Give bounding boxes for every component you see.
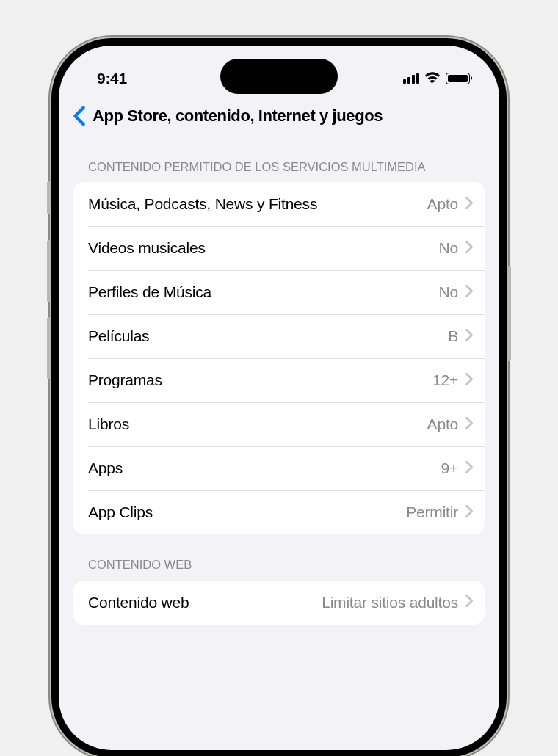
chevron-right-icon <box>465 505 473 520</box>
chevron-right-icon <box>465 417 473 432</box>
phone-side-button <box>47 181 51 214</box>
settings-row-music-profiles[interactable]: Perfiles de Música No <box>73 270 485 314</box>
screen: 9:41 <box>59 46 499 750</box>
row-label: Películas <box>88 327 448 345</box>
section-header-media: CONTENIDO PERMITIDO DE LOS SERVICIOS MUL… <box>73 137 485 182</box>
phone-side-button <box>47 317 51 379</box>
chevron-right-icon <box>465 285 473 300</box>
chevron-right-icon <box>465 595 473 610</box>
row-label: Perfiles de Música <box>88 283 439 301</box>
row-label: App Clips <box>88 504 406 521</box>
row-value: No <box>439 283 458 301</box>
settings-group-web: Contenido web Limitar sitios adultos <box>73 581 485 625</box>
settings-group-media: Música, Podcasts, News y Fitness Apto Vi… <box>73 182 485 534</box>
row-value: 9+ <box>441 459 458 477</box>
row-label: Programas <box>88 371 432 389</box>
cellular-icon <box>403 73 419 84</box>
settings-row-music-videos[interactable]: Videos musicales No <box>73 226 485 270</box>
row-value: Apto <box>427 415 458 433</box>
wifi-icon <box>424 71 441 86</box>
page-title: App Store, contenido, Internet y juegos <box>93 106 383 126</box>
chevron-right-icon <box>465 461 473 476</box>
chevron-right-icon <box>465 197 473 212</box>
settings-row-web-content[interactable]: Contenido web Limitar sitios adultos <box>73 581 485 625</box>
status-icons <box>403 71 470 86</box>
phone-frame: 9:41 <box>51 38 507 756</box>
phone-side-button <box>47 240 51 302</box>
section-header-web: CONTENIDO WEB <box>73 534 485 580</box>
row-label: Apps <box>88 459 441 477</box>
row-value: B <box>448 327 458 345</box>
row-label: Contenido web <box>88 594 322 611</box>
row-value: Apto <box>427 195 458 213</box>
chevron-right-icon <box>465 373 473 388</box>
row-value: 12+ <box>432 371 458 389</box>
chevron-right-icon <box>465 329 473 344</box>
row-value: No <box>439 239 458 257</box>
status-time: 9:41 <box>97 70 127 87</box>
back-button[interactable] <box>72 106 87 126</box>
row-value: Permitir <box>406 504 458 521</box>
row-label: Videos musicales <box>88 239 439 257</box>
row-label: Libros <box>88 415 427 433</box>
row-label: Música, Podcasts, News y Fitness <box>88 195 427 213</box>
battery-icon <box>446 73 470 84</box>
phone-side-button <box>507 266 511 361</box>
settings-row-app-clips[interactable]: App Clips Permitir <box>73 490 485 534</box>
settings-row-tv-shows[interactable]: Programas 12+ <box>73 358 485 402</box>
settings-row-books[interactable]: Libros Apto <box>73 402 485 446</box>
settings-row-apps[interactable]: Apps 9+ <box>73 446 485 490</box>
settings-row-movies[interactable]: Películas B <box>73 314 485 358</box>
dynamic-island <box>220 59 338 94</box>
settings-content: CONTENIDO PERMITIDO DE LOS SERVICIOS MUL… <box>59 137 499 625</box>
settings-row-music-podcasts[interactable]: Música, Podcasts, News y Fitness Apto <box>73 182 485 226</box>
nav-bar: App Store, contenido, Internet y juegos <box>59 97 499 137</box>
row-value: Limitar sitios adultos <box>322 594 458 611</box>
chevron-right-icon <box>465 241 473 256</box>
